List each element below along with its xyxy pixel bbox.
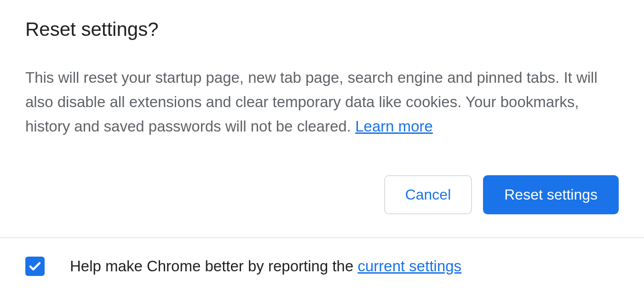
dialog-body-description: This will reset your startup page, new t… <box>25 69 598 135</box>
reset-settings-button[interactable]: Reset settings <box>483 175 619 214</box>
checkmark-icon <box>28 259 42 273</box>
report-settings-checkbox[interactable] <box>25 257 45 276</box>
footer-text: Help make Chrome better by reporting the… <box>70 258 461 275</box>
learn-more-link[interactable]: Learn more <box>355 118 433 135</box>
dialog-body-text: This will reset your startup page, new t… <box>25 66 619 138</box>
current-settings-link[interactable]: current settings <box>357 258 461 275</box>
dialog-button-row: Cancel Reset settings <box>25 175 619 237</box>
footer-text-prefix: Help make Chrome better by reporting the <box>70 258 357 275</box>
cancel-button[interactable]: Cancel <box>384 175 472 214</box>
reset-settings-dialog: Reset settings? This will reset your sta… <box>0 0 644 237</box>
dialog-footer: Help make Chrome better by reporting the… <box>0 238 644 276</box>
dialog-title: Reset settings? <box>25 18 619 40</box>
